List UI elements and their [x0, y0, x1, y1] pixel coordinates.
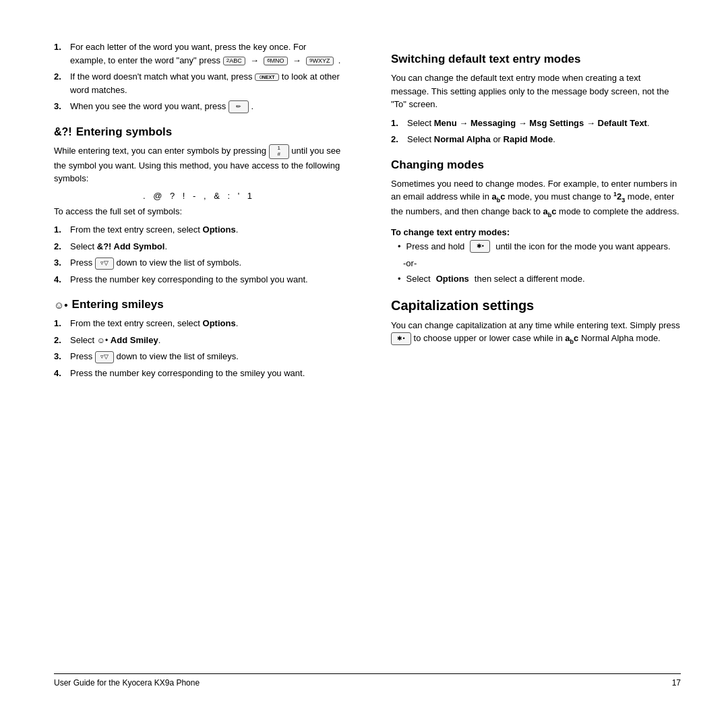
- switching-step-1: 1. Select Menu → Messaging → Msg Setting…: [391, 117, 681, 130]
- change-bullet-2: Select Options then select a different m…: [398, 272, 681, 286]
- abc-mode-cap: abc: [565, 333, 578, 343]
- symbols-step-3: 3. Press ▿▽ down to view the list of sym…: [54, 256, 344, 270]
- changing-body: Sometimes you need to change modes. For …: [391, 177, 681, 220]
- switching-step-2: 2. Select Normal Alpha or Rapid Mode.: [391, 133, 681, 146]
- key-9-wxyz: 9WXYZ: [306, 57, 333, 65]
- symbols-step-4: 4. Press the number key corresponding to…: [54, 273, 344, 286]
- smileys-step-2: 2. Select ☺• Add Smiley.: [54, 334, 344, 347]
- abc-mode-label-2: abc: [543, 206, 557, 216]
- footer-right: 17: [672, 678, 681, 688]
- num123-mode-label: 123: [613, 191, 625, 202]
- key-1-hash: 1#: [269, 144, 289, 159]
- intro-step-2: 2. If the word doesn't match what you wa…: [54, 70, 344, 96]
- left-column: 1. For each letter of the word you want,…: [54, 40, 357, 660]
- symbols-display: . @ ? ! - , & : ' 1: [54, 191, 344, 201]
- change-bullet-1: Press and hold ✱• until the icon for the…: [398, 240, 681, 253]
- key-nav-down-2: ▿▽: [95, 351, 114, 363]
- key-0-next: 0NEXT: [255, 73, 279, 81]
- key-2-abc: 2ABC: [223, 57, 245, 65]
- cap-title: Capitalization settings: [391, 298, 681, 313]
- key-6-mno: 6MNO: [264, 57, 287, 65]
- change-modes-bullets-2: Select Options then select a different m…: [391, 272, 681, 286]
- key-accept: ✏: [229, 100, 249, 114]
- changing-title: Changing modes: [391, 158, 681, 172]
- entering-smileys-title: ☺• Entering smileys: [54, 298, 344, 311]
- page: 1. For each letter of the word you want,…: [0, 0, 728, 728]
- change-modes-bullets: Press and hold ✱• until the icon for the…: [391, 240, 681, 253]
- smileys-step-4: 4. Press the number key corresponding to…: [54, 367, 344, 380]
- entering-symbols-title: &?! Entering symbols: [54, 125, 344, 139]
- change-modes-label: To change text entry modes:: [391, 227, 681, 237]
- entering-symbols-body: While entering text, you can enter symbo…: [54, 144, 344, 185]
- symbols-step-2: 2. Select &?! Add Symbol.: [54, 240, 344, 253]
- smiley-icon: ☺•: [54, 299, 68, 311]
- intro-step-1: 1. For each letter of the word you want,…: [54, 40, 344, 67]
- full-set-label: To access the full set of symbols:: [54, 205, 344, 218]
- switching-body: You can change the default text entry mo…: [391, 71, 681, 111]
- symbols-step-1: 1. From the text entry screen, select Op…: [54, 223, 344, 237]
- switching-title: Switching default text entry modes: [391, 53, 681, 66]
- key-nav-down: ▿▽: [95, 257, 114, 270]
- abc-mode-label: abc: [492, 191, 506, 202]
- footer: User Guide for the Kyocera KX9a Phone 17: [54, 673, 681, 688]
- switching-steps: 1. Select Menu → Messaging → Msg Setting…: [391, 117, 681, 146]
- key-shift-mode: ✱•: [470, 240, 490, 253]
- intro-step-3: 3. When you see the word you want, press…: [54, 100, 344, 113]
- smileys-step-1: 1. From the text entry screen, select Op…: [54, 317, 344, 330]
- smileys-step-3: 3. Press ▿▽ down to view the list of smi…: [54, 350, 344, 363]
- intro-steps: 1. For each letter of the word you want,…: [54, 40, 344, 113]
- right-column: Switching default text entry modes You c…: [384, 40, 681, 660]
- content-area: 1. For each letter of the word you want,…: [54, 40, 681, 660]
- symbols-steps: 1. From the text entry screen, select Op…: [54, 223, 344, 286]
- symbol-icon: &?!: [54, 126, 72, 138]
- smileys-steps: 1. From the text entry screen, select Op…: [54, 317, 344, 380]
- key-cap: ✱•: [391, 332, 411, 346]
- cap-body: You can change capitalization at any tim…: [391, 319, 681, 347]
- or-divider: -or-: [403, 258, 681, 268]
- footer-left: User Guide for the Kyocera KX9a Phone: [54, 678, 200, 688]
